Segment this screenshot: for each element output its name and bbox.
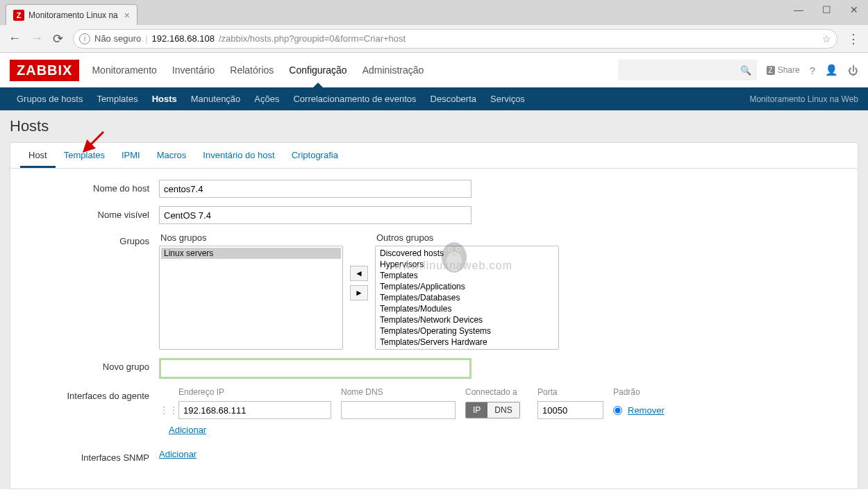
row-agent-interfaces: Interfaces do agente Endereço IP Nome DN…	[20, 387, 848, 435]
visible-name-input[interactable]	[159, 206, 471, 224]
label-in-groups: Nos grupos	[160, 232, 343, 243]
label-host-name: Nome do host	[20, 180, 159, 194]
list-item[interactable]: Linux servers	[161, 248, 341, 259]
tab-templates[interactable]: Templates	[56, 143, 113, 168]
row-new-group: Novo grupo	[20, 358, 848, 379]
power-icon[interactable]: ⏻	[848, 65, 858, 76]
label-snmp-interfaces: Interfaces SNMP	[20, 449, 159, 463]
subnav-correlacionamento[interactable]: Correlacionamento de eventos	[286, 94, 423, 104]
back-icon[interactable]: ←	[8, 31, 21, 46]
help-icon[interactable]: ?	[810, 65, 815, 76]
form-body: Nome do host Nome visível Grupos www.lin…	[10, 169, 858, 482]
remove-interface-link[interactable]: Remover	[628, 405, 665, 416]
drag-handle-icon[interactable]: ⋮⋮	[159, 405, 169, 416]
connect-to-toggle[interactable]: IP DNS	[465, 402, 520, 418]
list-item[interactable]: Hypervisors	[377, 259, 557, 270]
subnav-servicos[interactable]: Serviços	[483, 94, 532, 104]
in-groups-list[interactable]: Linux servers	[159, 246, 343, 350]
url-path: /zabbix/hosts.php?groupid=0&form=Criar+h…	[219, 33, 406, 44]
list-item[interactable]: Templates	[377, 270, 557, 281]
tab-title: Monitoramento Linux na	[28, 10, 120, 20]
config-tabs: Host Templates IPMI Macros Inventário do…	[10, 143, 858, 169]
close-icon[interactable]: ✕	[840, 0, 868, 19]
search-icon[interactable]: 🔍	[740, 65, 751, 76]
col-dns-header: Nome DNS	[341, 387, 456, 397]
url-security-label: Não seguro	[94, 33, 141, 44]
browser-tab[interactable]: Z Monitoramento Linux na ×	[6, 4, 137, 25]
window-controls: — ☐ ✕	[785, 0, 868, 19]
close-icon[interactable]: ×	[124, 10, 130, 21]
row-host-name: Nome do host	[20, 180, 848, 198]
user-icon[interactable]: 👤	[825, 64, 838, 76]
subnav-templates[interactable]: Templates	[90, 94, 144, 104]
col-default-header: Padrão	[613, 387, 676, 397]
list-item[interactable]: Templates/Applications	[377, 281, 557, 292]
interface-ip-input[interactable]	[178, 401, 331, 419]
tab-criptografia[interactable]: Criptografia	[283, 143, 347, 168]
move-right-button[interactable]: ►	[350, 285, 368, 300]
menu-configuracao[interactable]: Configuração	[289, 55, 347, 85]
maximize-icon[interactable]: ☐	[812, 0, 840, 19]
default-interface-radio[interactable]	[613, 406, 622, 415]
tab-macros[interactable]: Macros	[149, 143, 195, 168]
col-ip-header: Endereço IP	[178, 387, 331, 397]
menu-monitoramento[interactable]: Monitoramento	[92, 55, 156, 85]
menu-administracao[interactable]: Administração	[362, 55, 424, 85]
row-visible-name: Nome visível	[20, 206, 848, 224]
label-agent-interfaces: Interfaces do agente	[20, 387, 159, 401]
subnav-descoberta[interactable]: Descoberta	[424, 94, 483, 104]
info-icon[interactable]: i	[79, 33, 90, 44]
page-content: Hosts Host Templates IPMI Macros Inventá…	[0, 110, 868, 489]
list-item[interactable]: Templates/Modules	[377, 303, 557, 314]
toggle-dns[interactable]: DNS	[487, 402, 519, 418]
subnav-manutencao[interactable]: Manutenção	[184, 94, 248, 104]
other-groups-list[interactable]: Discovered hosts Hypervisors Templates T…	[375, 246, 559, 350]
list-item[interactable]: Templates/Databases	[377, 292, 557, 303]
reload-icon[interactable]: ⟳	[53, 31, 63, 46]
browser-tab-bar: Z Monitoramento Linux na × — ☐ ✕	[0, 0, 868, 25]
list-item[interactable]: Templates/Virtualization	[377, 348, 557, 350]
interface-port-input[interactable]	[537, 401, 603, 419]
toggle-ip[interactable]: IP	[466, 402, 487, 418]
tab-inventario[interactable]: Inventário do host	[194, 143, 283, 168]
row-groups: Grupos www.linuxnaweb.com Nos grupos Lin…	[20, 232, 848, 350]
list-item[interactable]: Templates/Network Devices	[377, 314, 557, 325]
add-agent-interface-link[interactable]: Adicionar	[169, 425, 206, 435]
new-group-input[interactable]	[159, 358, 471, 379]
tab-host[interactable]: Host	[20, 143, 56, 168]
label-visible-name: Nome visível	[20, 206, 159, 220]
label-groups: Grupos	[20, 232, 159, 246]
menu-relatorios[interactable]: Relatórios	[230, 55, 274, 85]
col-port-header: Porta	[537, 387, 603, 397]
search-input[interactable]: 🔍	[618, 60, 757, 80]
zabbix-logo[interactable]: ZABBIX	[10, 60, 79, 81]
page-title: Hosts	[10, 117, 858, 135]
header-right: 🔍 ZShare ? 👤 ⏻	[618, 60, 858, 80]
app-header: ZABBIX Monitoramento Inventário Relatóri…	[0, 53, 868, 87]
address-bar: ← → ⟳ i Não seguro | 192.168.68.108/zabb…	[0, 25, 868, 53]
add-snmp-interface-link[interactable]: Adicionar	[159, 449, 197, 459]
bookmark-icon[interactable]: ☆	[822, 33, 831, 44]
sub-nav: Grupos de hosts Templates Hosts Manutenç…	[0, 87, 868, 110]
tab-ipmi[interactable]: IPMI	[113, 143, 149, 168]
share-button[interactable]: ZShare	[767, 65, 800, 75]
browser-menu-icon[interactable]: ⋮	[847, 31, 860, 46]
interface-dns-input[interactable]	[341, 401, 456, 419]
list-item[interactable]: Discovered hosts	[377, 248, 557, 259]
favicon: Z	[13, 10, 24, 21]
menu-inventario[interactable]: Inventário	[172, 55, 215, 85]
forward-icon: →	[31, 31, 43, 46]
list-item[interactable]: Templates/Servers Hardware	[377, 337, 557, 348]
top-menu: Monitoramento Inventário Relatórios Conf…	[92, 55, 424, 85]
row-snmp-interfaces: Interfaces SNMP Adicionar	[20, 449, 848, 463]
host-name-input[interactable]	[159, 180, 471, 198]
list-item[interactable]: Templates/Operating Systems	[377, 325, 557, 337]
subnav-acoes[interactable]: Ações	[247, 94, 286, 104]
browser-chrome: Z Monitoramento Linux na × — ☐ ✕ ← → ⟳ i…	[0, 0, 868, 53]
label-new-group: Novo grupo	[20, 358, 159, 372]
subnav-hosts[interactable]: Hosts	[145, 94, 184, 104]
subnav-grupos[interactable]: Grupos de hosts	[10, 94, 90, 104]
url-box[interactable]: i Não seguro | 192.168.68.108/zabbix/hos…	[73, 29, 837, 49]
minimize-icon[interactable]: —	[785, 0, 812, 19]
move-left-button[interactable]: ◄	[350, 266, 368, 281]
